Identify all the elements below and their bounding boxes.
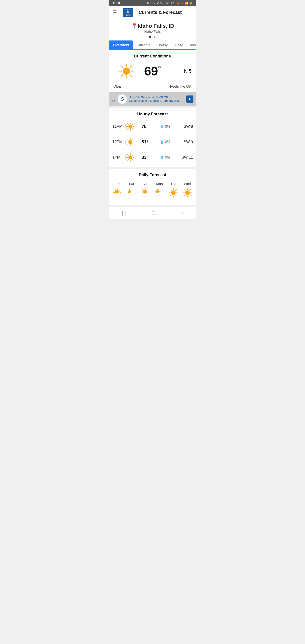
- svg-point-69: [160, 193, 164, 196]
- daily-col: Fri: [111, 180, 124, 200]
- hour-precip: 💧0%: [155, 140, 175, 144]
- current-condition-label: Clear: [113, 84, 122, 88]
- status-time: 11:38: [112, 1, 120, 5]
- hour-time: 12PM: [112, 140, 126, 144]
- svg-line-16: [132, 124, 133, 124]
- daily-icon: [168, 188, 179, 198]
- location-name: 📍Idaho Falls, ID: [111, 23, 194, 29]
- hour-temp: 81°: [135, 139, 155, 144]
- svg-line-87: [184, 195, 185, 196]
- hour-icon: [126, 153, 135, 162]
- daily-col: Wed: [180, 180, 194, 200]
- hourly-forecast-section: Hourly Forecast 11AM 78° 💧0% SW 8 12PM: [109, 108, 196, 167]
- svg-line-84: [184, 190, 185, 190]
- more-button[interactable]: ⋮: [188, 10, 192, 16]
- svg-line-86: [190, 190, 190, 190]
- hour-precip: 💧0%: [155, 155, 175, 160]
- hour-precip: 💧0%: [155, 124, 175, 129]
- precip-drop-icon: 💧: [160, 124, 164, 128]
- svg-line-43: [119, 190, 120, 190]
- daily-forecast-section: Daily Forecast Fri: [109, 168, 196, 205]
- svg-line-25: [132, 139, 133, 140]
- location-section: 📍Idaho Falls, ID Idaho Falls +: [109, 19, 196, 40]
- svg-line-8: [121, 75, 123, 76]
- ad-title: July 4th Sale up to $500 Off: [129, 96, 184, 99]
- tab-currents[interactable]: Currents: [133, 41, 154, 50]
- tab-hourly[interactable]: Hourly: [154, 41, 171, 50]
- hourly-row: 11AM 78° 💧0% SW 8: [109, 119, 196, 134]
- svg-line-33: [132, 160, 133, 160]
- hour-temp: 83°: [135, 155, 155, 160]
- svg-line-24: [132, 144, 133, 145]
- svg-line-5: [121, 66, 123, 67]
- svg-line-17: [128, 128, 128, 130]
- location-dot-active[interactable]: [149, 36, 151, 38]
- daily-day-label: Mon: [156, 182, 163, 186]
- hour-time: 11AM: [112, 124, 126, 129]
- current-conditions-panel: 69° N 5: [109, 61, 196, 84]
- svg-line-76: [176, 195, 177, 196]
- menu-button[interactable]: ☰: [112, 10, 117, 16]
- svg-point-62: [142, 194, 148, 196]
- weather-icon: [113, 63, 140, 79]
- nav-back-button[interactable]: ‹: [181, 210, 183, 216]
- location-dots: +: [111, 35, 194, 38]
- nav-menu-button[interactable]: |||: [122, 210, 126, 216]
- svg-point-53: [132, 193, 136, 196]
- svg-line-59: [142, 190, 143, 190]
- nav-tabs: Overview Currents Hourly Daily Radar ›: [109, 40, 196, 50]
- top-bar: ☰ LOCAL 8 NEWS3 Currents & Forecast ⋮: [109, 6, 196, 19]
- svg-line-85: [190, 195, 190, 196]
- ad-banner[interactable]: ▷ Ad S July 4th Sale up to $500 Off Slee…: [109, 92, 196, 106]
- daily-icon: [154, 188, 165, 198]
- logo-box: LOCAL 8 NEWS3: [123, 8, 133, 17]
- daily-icon: [182, 188, 193, 198]
- current-temp: 69°: [140, 65, 166, 77]
- ad-text: July 4th Sale up to $500 Off Sleep Outfi…: [129, 96, 184, 102]
- svg-line-15: [132, 128, 133, 130]
- tab-radar[interactable]: Radar ›: [186, 41, 196, 50]
- location-pin-icon: 📍: [131, 23, 138, 29]
- hour-time: 1PM: [112, 155, 126, 160]
- app-logo: LOCAL 8 NEWS3: [123, 8, 133, 17]
- svg-line-60: [147, 190, 148, 190]
- daily-col: Mon: [152, 180, 166, 200]
- svg-line-7: [130, 66, 132, 67]
- svg-line-77: [176, 190, 177, 190]
- svg-point-79: [185, 190, 190, 195]
- tab-daily[interactable]: Daily: [171, 41, 186, 50]
- ad-arrow-icon[interactable]: ➤: [186, 96, 194, 103]
- daily-icon: [140, 188, 151, 198]
- tab-overview[interactable]: Overview: [109, 40, 133, 50]
- current-conditions-title: Current Conditions: [109, 50, 196, 61]
- hour-wind: SW 9: [175, 140, 193, 144]
- status-icons: 86° 86° ✓ 86° 85° 82° • 🔕 📍 📶 🔋: [147, 2, 192, 5]
- svg-line-26: [128, 144, 128, 145]
- hour-wind: SW 8: [175, 124, 193, 129]
- precip-drop-icon: 💧: [160, 140, 164, 144]
- svg-line-23: [128, 139, 128, 140]
- precip-drop-icon: 💧: [160, 155, 164, 160]
- ad-label: Ad: [112, 99, 116, 102]
- conditions-details: Clear Feels like 69°: [109, 84, 196, 92]
- daily-col: Tue: [166, 180, 180, 200]
- daily-forecast-title: Daily Forecast: [109, 168, 196, 180]
- svg-line-75: [170, 190, 171, 190]
- page-title: Currents & Forecast: [139, 10, 182, 15]
- ad-subtitle: Sleep Outfitters Madison, formerly Matt.…: [129, 99, 184, 102]
- nav-home-button[interactable]: □: [152, 210, 155, 216]
- hour-icon: [126, 122, 135, 131]
- location-add-button[interactable]: +: [153, 35, 156, 38]
- daily-grid: Fri Sat: [109, 180, 196, 200]
- daily-col: Sun: [139, 180, 152, 200]
- daily-day-label: Fri: [116, 182, 120, 186]
- svg-point-9: [128, 124, 132, 128]
- svg-line-32: [128, 154, 128, 156]
- hourly-row: 1PM 83° 💧0% SW 11: [109, 150, 196, 165]
- svg-line-41: [115, 190, 116, 190]
- daily-col: Sat: [124, 180, 138, 200]
- svg-point-0: [123, 67, 130, 74]
- svg-line-35: [128, 160, 128, 160]
- current-wind: N 5: [166, 68, 192, 74]
- location-sub: Idaho Falls: [111, 30, 194, 33]
